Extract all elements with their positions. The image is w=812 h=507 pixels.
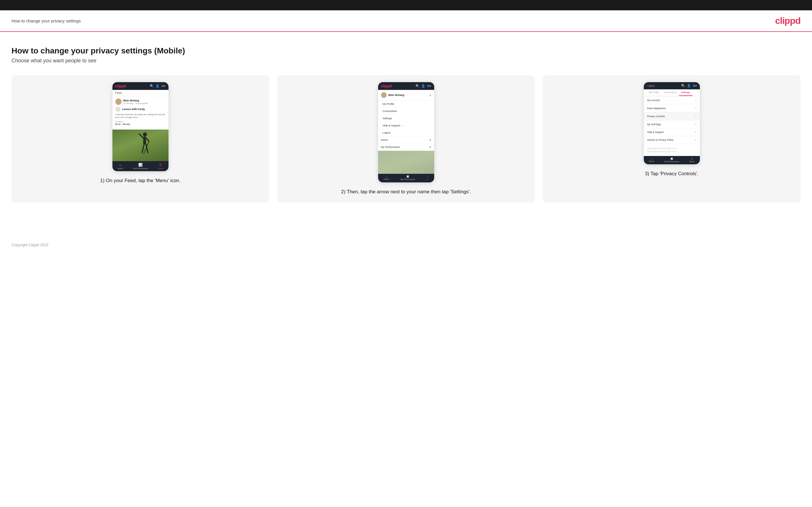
profile-icon[interactable]: 👤 [156, 84, 160, 88]
clippd-logo: clippd [775, 15, 801, 26]
nav-menu[interactable]: ☰ Menu [158, 163, 163, 169]
menu-my-profile[interactable]: My Profile [378, 101, 434, 108]
nav2-close[interactable]: ✕ ✕ [427, 175, 428, 181]
tab-my-profile[interactable]: My Profile [647, 89, 662, 96]
header: How to change your privacy settings clip… [0, 10, 812, 32]
setting-my-account[interactable]: My Account › [644, 96, 700, 104]
phone2-header: clippd 🔍 👤 ⊕▾ [378, 82, 434, 90]
setting-privacy-controls[interactable]: Privacy Controls › [644, 112, 700, 120]
settings-icon-3[interactable]: ⊕▾ [693, 84, 697, 88]
nav2-performance[interactable]: 📊 My Performance [401, 175, 415, 181]
setting-help-support[interactable]: Help & Support ↗ [644, 128, 700, 136]
golfer-image [112, 129, 168, 161]
phone-mockup-2: clippd 🔍 👤 ⊕▾ Blair McHarg [378, 82, 434, 182]
menu-logout[interactable]: Logout [378, 129, 434, 136]
post-area: Blair McHarg Yesterday · Sunningdale Les… [112, 96, 168, 129]
nav3-home[interactable]: ⌂ Home [649, 158, 654, 163]
phone1-icons: 🔍 👤 ⊕▾ [150, 84, 166, 88]
svg-line-3 [146, 138, 149, 141]
tab-connections[interactable]: Connections [661, 89, 678, 96]
steps-grid: clippd 🔍 👤 ⊕▾ Feed Blair [11, 75, 801, 203]
nav-performance[interactable]: 📊 My Performance [133, 163, 148, 169]
svg-line-2 [139, 134, 143, 138]
nav3-performance[interactable]: 📊 My Performance [664, 158, 679, 163]
menu-help-support[interactable]: Help & Support ↗ [378, 122, 434, 129]
chevron-right-icon-3: › [695, 115, 696, 118]
copyright-text: Copyright Clippd 2022 [11, 243, 49, 247]
phone1-bottom-nav: ⌂ Home 📊 My Performance ☰ Menu [112, 161, 168, 171]
menu-settings[interactable]: Settings [378, 115, 434, 122]
performance-icon: 📊 [138, 163, 143, 167]
setting-privacy-policy[interactable]: Service & Privacy Policy ↗ [644, 136, 700, 144]
step-1-description: 1) On your Feed, tap the 'Menu' icon. [100, 177, 181, 184]
phone-mockup-1: clippd 🔍 👤 ⊕▾ Feed Blair [112, 82, 168, 171]
close-icon: ✕ [427, 175, 428, 178]
nav2-home[interactable]: ⌂ Home [384, 175, 389, 181]
phone3-bottom-nav: ⌂ Home 📊 My Performance ☰ Menu [644, 156, 700, 164]
page-heading: How to change your privacy settings (Mob… [11, 46, 801, 55]
phone2-bottom-nav: ⌂ Home 📊 My Performance ✕ ✕ [378, 174, 434, 182]
step-3-card: < Back 🔍 👤 ⊕▾ My Profile Connections Set… [543, 75, 801, 203]
duration-label: Duration [115, 120, 166, 123]
post-avatar [115, 99, 121, 105]
phone1-header: clippd 🔍 👤 ⊕▾ [112, 82, 168, 90]
external-icon-2: ↗ [695, 139, 697, 141]
chevron-down-icon-2: ∨ [429, 146, 431, 149]
duration-val: 01 hr : 30 min [115, 123, 166, 125]
header-title: How to change your privacy settings [11, 18, 81, 23]
lesson-icon [115, 107, 120, 112]
post-username: Blair McHarg [123, 99, 148, 102]
post-date: Yesterday · Sunningdale [123, 102, 148, 105]
setting-my-golf-bag[interactable]: My Golf Bag › [644, 120, 700, 128]
performance-icon-2: 📊 [407, 175, 409, 178]
external-icon-1: ↗ [695, 131, 697, 133]
page-subheading: Choose what you want people to see [11, 58, 801, 64]
nav-home[interactable]: ⌂ Home [117, 163, 123, 169]
feed-tab[interactable]: Feed [112, 90, 168, 96]
settings-icon[interactable]: ⊕▾ [161, 84, 166, 88]
phone2-user-row[interactable]: Blair McHarg ∧ [378, 90, 434, 101]
profile-icon-2[interactable]: 👤 [421, 84, 425, 88]
settings-icon-2[interactable]: ⊕▾ [427, 84, 431, 88]
phone2-logo: clippd [381, 84, 392, 88]
back-button[interactable]: < Back [647, 84, 655, 87]
phone2-bg-overlay [378, 151, 434, 174]
chevron-right-icon-2: › [695, 107, 696, 110]
step-1-card: clippd 🔍 👤 ⊕▾ Feed Blair [11, 75, 269, 203]
svg-point-0 [143, 132, 147, 136]
home-icon-3: ⌂ [651, 158, 652, 160]
phone-mockup-3: < Back 🔍 👤 ⊕▾ My Profile Connections Set… [644, 82, 700, 164]
performance-icon-3: 📊 [670, 158, 673, 160]
phone3-header: < Back 🔍 👤 ⊕▾ [644, 82, 700, 89]
step-2-card: clippd 🔍 👤 ⊕▾ Blair McHarg [277, 75, 535, 203]
menu-connections[interactable]: Connections [378, 108, 434, 115]
nav3-menu[interactable]: ☰ Menu [690, 158, 695, 163]
search-icon-3[interactable]: 🔍 [681, 84, 685, 88]
phone3-tabs: My Profile Connections Settings [644, 89, 700, 96]
menu-icon-3: ☰ [691, 158, 693, 160]
step-2-description: 2) Then, tap the arrow next to your name… [341, 188, 471, 195]
chevron-right-icon-1: › [695, 99, 696, 102]
setting-data-integrations[interactable]: Data Integrations › [644, 104, 700, 112]
phone2-dropdown: Blair McHarg ∧ My Profile Connections Se… [378, 90, 434, 174]
phone1-logo: clippd [115, 84, 126, 88]
menu-performance-section[interactable]: My Performance ∨ [378, 144, 434, 151]
phone2-avatar [381, 92, 387, 98]
phone3-icons: 🔍 👤 ⊕▾ [681, 84, 697, 88]
search-icon[interactable]: 🔍 [150, 84, 154, 88]
menu-home-section[interactable]: Home ∨ [378, 136, 434, 144]
tab-settings[interactable]: Settings [679, 89, 693, 96]
profile-icon-3[interactable]: 👤 [687, 84, 691, 88]
search-icon-2[interactable]: 🔍 [415, 84, 419, 88]
main-content: How to change your privacy settings (Mob… [0, 32, 812, 237]
svg-line-5 [142, 145, 144, 153]
chevron-right-icon-4: › [695, 123, 696, 126]
settings-list: My Account › Data Integrations › Privacy… [644, 96, 700, 144]
home-icon-2: ⌂ [386, 175, 387, 177]
phone2-icons: 🔍 👤 ⊕▾ [415, 84, 431, 88]
footer: Copyright Clippd 2022 [0, 237, 812, 253]
phone2-username: Blair McHarg [389, 94, 405, 97]
home-icon: ⌂ [119, 163, 121, 167]
lesson-title: Lesson with Fordy [122, 108, 145, 111]
chevron-up-icon: ∧ [429, 94, 431, 97]
